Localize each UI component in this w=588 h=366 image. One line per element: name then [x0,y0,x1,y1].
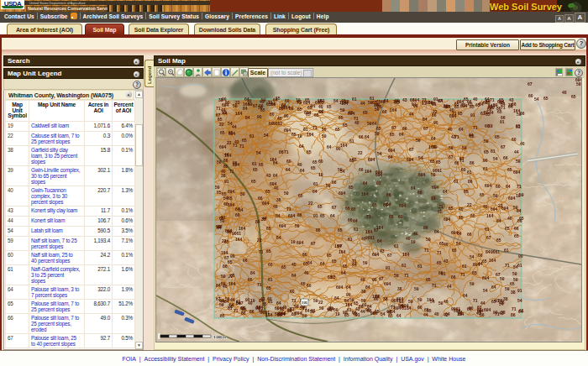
svg-text:64: 64 [312,189,318,194]
svg-text:65: 65 [265,189,270,194]
svg-text:71: 71 [312,125,318,130]
svg-text:64: 64 [291,273,297,278]
svg-text:164: 164 [334,243,342,248]
svg-text:61: 61 [517,263,522,268]
svg-text:61: 61 [348,237,353,242]
svg-text:164: 164 [513,108,521,113]
svg-text:694: 694 [513,170,521,175]
svg-text:694: 694 [412,97,420,102]
svg-text:59: 59 [484,139,489,144]
svg-text:694: 694 [432,185,439,190]
svg-text:65: 65 [262,301,267,306]
svg-text:65: 65 [459,215,464,220]
svg-text:694: 694 [575,78,581,82]
svg-text:65: 65 [266,226,271,231]
svg-text:64: 64 [463,293,468,298]
svg-text:40: 40 [354,120,360,125]
svg-text:60: 60 [528,93,533,98]
svg-text:66: 66 [259,308,264,313]
svg-text:40: 40 [406,236,411,241]
svg-text:64: 64 [457,231,462,236]
svg-text:64: 64 [458,311,463,316]
svg-text:164: 164 [361,191,369,196]
svg-text:65: 65 [271,102,276,107]
svg-text:59: 59 [417,297,423,302]
svg-text:694: 694 [444,217,451,222]
svg-text:65: 65 [327,104,332,109]
svg-text:65: 65 [499,100,504,105]
svg-text:61: 61 [422,101,427,106]
svg-text:61: 61 [483,166,488,171]
svg-text:65: 65 [437,260,442,265]
svg-text:59: 59 [302,313,307,318]
svg-text:44: 44 [223,111,228,116]
svg-text:66: 66 [467,232,472,237]
svg-text:65: 65 [349,185,354,190]
svg-text:61: 61 [268,277,273,282]
svg-text:84: 84 [411,186,416,191]
svg-text:71: 71 [460,272,465,277]
svg-text:60: 60 [268,262,273,267]
svg-text:40: 40 [304,270,309,275]
svg-text:59: 59 [240,191,245,196]
svg-text:694: 694 [348,111,355,116]
svg-text:67: 67 [253,103,258,108]
svg-text:61: 61 [398,214,403,219]
svg-text:66: 66 [359,304,364,309]
svg-text:91: 91 [328,307,333,312]
svg-text:59: 59 [221,274,226,279]
svg-text:164: 164 [239,226,246,231]
svg-text:71: 71 [229,169,234,174]
svg-text:38: 38 [508,102,513,107]
svg-text:43: 43 [499,311,504,316]
svg-text:61: 61 [491,149,496,154]
svg-text:65: 65 [259,162,264,167]
svg-text:66: 66 [243,258,248,263]
svg-text:40: 40 [434,311,439,316]
svg-text:65: 65 [571,94,576,99]
svg-text:694: 694 [482,275,490,280]
svg-text:164: 164 [228,281,236,286]
svg-text:65: 65 [307,149,312,154]
svg-text:65: 65 [424,307,429,312]
svg-text:54: 54 [264,133,269,138]
svg-text:40: 40 [448,127,453,132]
svg-text:66: 66 [386,192,391,197]
svg-text:65: 65 [327,253,332,258]
svg-text:59: 59 [367,121,372,126]
svg-text:54: 54 [430,299,435,304]
svg-text:65: 65 [218,117,223,122]
svg-text:164: 164 [365,229,373,234]
svg-text:61: 61 [349,139,354,144]
svg-text:65: 65 [338,227,343,233]
svg-text:694: 694 [297,240,304,245]
svg-text:64: 64 [346,285,351,290]
svg-text:61: 61 [313,181,318,186]
svg-text:91: 91 [224,179,229,184]
svg-text:67: 67 [409,147,414,152]
svg-text:59: 59 [217,159,222,165]
svg-text:59: 59 [505,286,510,291]
svg-text:44: 44 [447,284,452,289]
svg-text:64: 64 [517,208,522,213]
svg-text:59: 59 [414,286,419,291]
svg-text:65: 65 [389,214,394,219]
svg-text:71: 71 [505,263,510,268]
svg-text:65: 65 [291,132,297,137]
svg-text:38: 38 [500,300,505,305]
svg-text:1,000 ft: 1,000 ft [213,335,226,339]
svg-text:22: 22 [318,300,323,305]
svg-text:694: 694 [336,285,344,290]
svg-text:84: 84 [384,98,389,103]
svg-text:694: 694 [460,103,468,108]
svg-text:38: 38 [261,217,266,222]
svg-text:91: 91 [313,213,318,218]
svg-text:71: 71 [291,298,297,303]
svg-text:64: 64 [388,154,393,159]
svg-text:65: 65 [335,127,340,132]
svg-text:694: 694 [279,223,286,228]
svg-text:60: 60 [417,305,423,310]
svg-text:9061: 9061 [491,249,500,254]
svg-text:64: 64 [330,213,335,218]
svg-text:65: 65 [222,191,227,196]
